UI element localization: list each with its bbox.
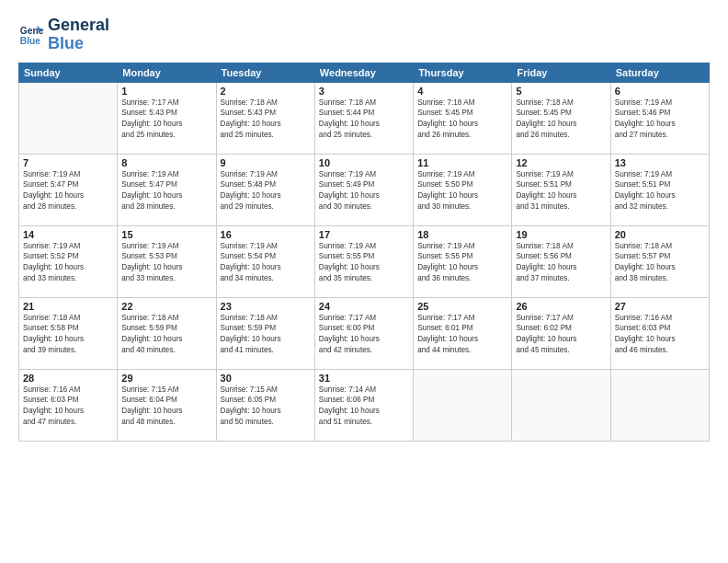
- day-info: Sunrise: 7:17 AM Sunset: 6:02 PM Dayligh…: [516, 313, 606, 357]
- logo: General Blue General Blue: [18, 17, 109, 53]
- calendar-cell: 8Sunrise: 7:19 AM Sunset: 5:47 PM Daylig…: [118, 154, 216, 225]
- calendar-cell: 1Sunrise: 7:17 AM Sunset: 5:43 PM Daylig…: [118, 82, 216, 154]
- day-number: 14: [23, 229, 113, 240]
- day-number: 22: [121, 301, 211, 312]
- calendar-cell: 7Sunrise: 7:19 AM Sunset: 5:47 PM Daylig…: [19, 154, 118, 225]
- calendar-cell: 19Sunrise: 7:18 AM Sunset: 5:56 PM Dayli…: [512, 225, 610, 297]
- day-info: Sunrise: 7:15 AM Sunset: 6:05 PM Dayligh…: [221, 385, 311, 429]
- week-row-4: 28Sunrise: 7:16 AM Sunset: 6:03 PM Dayli…: [19, 369, 710, 441]
- day-number: 25: [417, 301, 507, 312]
- calendar-cell: 9Sunrise: 7:19 AM Sunset: 5:48 PM Daylig…: [216, 154, 314, 225]
- calendar-cell: 2Sunrise: 7:18 AM Sunset: 5:43 PM Daylig…: [216, 82, 314, 154]
- day-number: 30: [221, 373, 311, 384]
- day-number: 7: [23, 157, 113, 168]
- week-row-3: 21Sunrise: 7:18 AM Sunset: 5:58 PM Dayli…: [19, 297, 710, 369]
- day-info: Sunrise: 7:16 AM Sunset: 6:03 PM Dayligh…: [23, 385, 113, 429]
- calendar-cell: 17Sunrise: 7:19 AM Sunset: 5:55 PM Dayli…: [314, 225, 413, 297]
- day-info: Sunrise: 7:19 AM Sunset: 5:55 PM Dayligh…: [319, 241, 409, 285]
- day-info: Sunrise: 7:19 AM Sunset: 5:51 PM Dayligh…: [615, 169, 705, 213]
- day-number: 2: [221, 86, 311, 97]
- calendar-cell: 20Sunrise: 7:18 AM Sunset: 5:57 PM Dayli…: [610, 225, 709, 297]
- header-cell-friday: Friday: [512, 63, 610, 82]
- header-cell-sunday: Sunday: [19, 63, 118, 82]
- day-info: Sunrise: 7:17 AM Sunset: 6:00 PM Dayligh…: [319, 313, 409, 357]
- header-cell-wednesday: Wednesday: [314, 63, 413, 82]
- day-number: 16: [221, 229, 311, 240]
- day-info: Sunrise: 7:18 AM Sunset: 5:43 PM Dayligh…: [221, 98, 311, 142]
- calendar-cell: 30Sunrise: 7:15 AM Sunset: 6:05 PM Dayli…: [216, 369, 314, 441]
- day-info: Sunrise: 7:19 AM Sunset: 5:49 PM Dayligh…: [319, 169, 409, 213]
- calendar-cell: 3Sunrise: 7:18 AM Sunset: 5:44 PM Daylig…: [314, 82, 413, 154]
- calendar-cell: 27Sunrise: 7:16 AM Sunset: 6:03 PM Dayli…: [610, 297, 709, 369]
- day-info: Sunrise: 7:19 AM Sunset: 5:51 PM Dayligh…: [516, 169, 606, 213]
- day-number: 21: [23, 301, 113, 312]
- calendar-cell: 11Sunrise: 7:19 AM Sunset: 5:50 PM Dayli…: [414, 154, 512, 225]
- day-info: Sunrise: 7:19 AM Sunset: 5:46 PM Dayligh…: [615, 98, 705, 142]
- day-info: Sunrise: 7:16 AM Sunset: 6:03 PM Dayligh…: [615, 313, 705, 357]
- calendar-cell: [19, 82, 118, 154]
- calendar-cell: 16Sunrise: 7:19 AM Sunset: 5:54 PM Dayli…: [216, 225, 314, 297]
- day-info: Sunrise: 7:19 AM Sunset: 5:53 PM Dayligh…: [121, 241, 211, 285]
- day-number: 26: [516, 301, 606, 312]
- day-info: Sunrise: 7:18 AM Sunset: 5:57 PM Dayligh…: [615, 241, 705, 285]
- calendar-cell: 28Sunrise: 7:16 AM Sunset: 6:03 PM Dayli…: [19, 369, 118, 441]
- calendar-cell: [512, 369, 610, 441]
- day-info: Sunrise: 7:18 AM Sunset: 5:44 PM Dayligh…: [319, 98, 409, 142]
- day-info: Sunrise: 7:18 AM Sunset: 5:45 PM Dayligh…: [417, 98, 507, 142]
- day-number: 15: [121, 229, 211, 240]
- calendar-header-row: SundayMondayTuesdayWednesdayThursdayFrid…: [19, 63, 710, 82]
- calendar-cell: 31Sunrise: 7:14 AM Sunset: 6:06 PM Dayli…: [314, 369, 413, 441]
- day-number: 23: [221, 301, 311, 312]
- header-cell-saturday: Saturday: [610, 63, 709, 82]
- svg-text:Blue: Blue: [20, 36, 41, 46]
- svg-text:General: General: [20, 26, 44, 36]
- day-number: 6: [615, 86, 705, 97]
- day-number: 5: [516, 86, 606, 97]
- day-info: Sunrise: 7:19 AM Sunset: 5:55 PM Dayligh…: [417, 241, 507, 285]
- calendar-cell: 4Sunrise: 7:18 AM Sunset: 5:45 PM Daylig…: [414, 82, 512, 154]
- day-info: Sunrise: 7:14 AM Sunset: 6:06 PM Dayligh…: [319, 385, 409, 429]
- day-number: 29: [121, 373, 211, 384]
- header-cell-monday: Monday: [118, 63, 216, 82]
- calendar-cell: 25Sunrise: 7:17 AM Sunset: 6:01 PM Dayli…: [414, 297, 512, 369]
- day-number: 4: [417, 86, 507, 97]
- calendar-cell: 26Sunrise: 7:17 AM Sunset: 6:02 PM Dayli…: [512, 297, 610, 369]
- day-info: Sunrise: 7:18 AM Sunset: 5:58 PM Dayligh…: [23, 313, 113, 357]
- day-number: 10: [319, 157, 409, 168]
- day-info: Sunrise: 7:19 AM Sunset: 5:54 PM Dayligh…: [221, 241, 311, 285]
- calendar-cell: 6Sunrise: 7:19 AM Sunset: 5:46 PM Daylig…: [610, 82, 709, 154]
- calendar-table: SundayMondayTuesdayWednesdayThursdayFrid…: [18, 63, 710, 442]
- day-info: Sunrise: 7:19 AM Sunset: 5:47 PM Dayligh…: [23, 169, 113, 213]
- day-info: Sunrise: 7:18 AM Sunset: 5:56 PM Dayligh…: [516, 241, 606, 285]
- day-number: 24: [319, 301, 409, 312]
- week-row-0: 1Sunrise: 7:17 AM Sunset: 5:43 PM Daylig…: [19, 82, 710, 154]
- calendar-cell: 5Sunrise: 7:18 AM Sunset: 5:45 PM Daylig…: [512, 82, 610, 154]
- calendar-cell: 29Sunrise: 7:15 AM Sunset: 6:04 PM Dayli…: [118, 369, 216, 441]
- day-info: Sunrise: 7:18 AM Sunset: 5:59 PM Dayligh…: [121, 313, 211, 357]
- week-row-2: 14Sunrise: 7:19 AM Sunset: 5:52 PM Dayli…: [19, 225, 710, 297]
- day-info: Sunrise: 7:15 AM Sunset: 6:04 PM Dayligh…: [121, 385, 211, 429]
- day-number: 13: [615, 157, 705, 168]
- header-cell-thursday: Thursday: [414, 63, 512, 82]
- calendar-cell: 12Sunrise: 7:19 AM Sunset: 5:51 PM Dayli…: [512, 154, 610, 225]
- calendar-cell: 21Sunrise: 7:18 AM Sunset: 5:58 PM Dayli…: [19, 297, 118, 369]
- calendar-body: 1Sunrise: 7:17 AM Sunset: 5:43 PM Daylig…: [19, 82, 710, 441]
- day-number: 18: [417, 229, 507, 240]
- logo-icon: General Blue: [18, 22, 44, 48]
- day-info: Sunrise: 7:17 AM Sunset: 6:01 PM Dayligh…: [417, 313, 507, 357]
- day-number: 11: [417, 157, 507, 168]
- calendar-cell: 15Sunrise: 7:19 AM Sunset: 5:53 PM Dayli…: [118, 225, 216, 297]
- day-number: 27: [615, 301, 705, 312]
- page: General Blue General Blue SundayMondayTu…: [0, 0, 728, 563]
- day-number: 3: [319, 86, 409, 97]
- day-number: 20: [615, 229, 705, 240]
- logo-text: General Blue: [48, 17, 109, 53]
- day-number: 12: [516, 157, 606, 168]
- calendar-cell: [610, 369, 709, 441]
- calendar-cell: 23Sunrise: 7:18 AM Sunset: 5:59 PM Dayli…: [216, 297, 314, 369]
- calendar-cell: 10Sunrise: 7:19 AM Sunset: 5:49 PM Dayli…: [314, 154, 413, 225]
- day-info: Sunrise: 7:19 AM Sunset: 5:47 PM Dayligh…: [121, 169, 211, 213]
- day-number: 28: [23, 373, 113, 384]
- day-number: 19: [516, 229, 606, 240]
- day-info: Sunrise: 7:18 AM Sunset: 5:45 PM Dayligh…: [516, 98, 606, 142]
